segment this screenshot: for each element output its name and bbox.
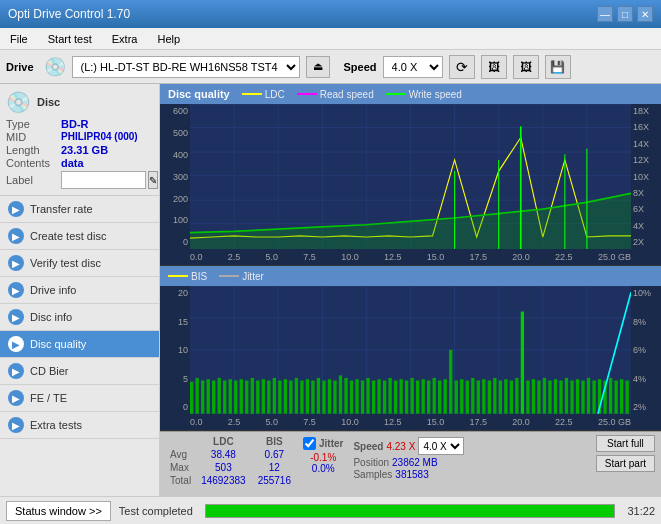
svg-rect-116: [620, 380, 623, 414]
svg-rect-105: [559, 381, 562, 414]
speed-label: Speed: [344, 61, 377, 73]
start-buttons: Start full Start part: [596, 435, 655, 472]
svg-rect-89: [471, 378, 474, 414]
chart1-svg: [190, 104, 631, 249]
jitter-header: Jitter: [303, 437, 343, 450]
chart-area: Disc quality LDC Read speed Write speed …: [160, 84, 661, 496]
svg-rect-64: [333, 381, 336, 414]
status-bar: Status window >> Test completed 31:22: [0, 496, 661, 524]
speed-select[interactable]: 4.0 X: [418, 437, 464, 455]
sidebar-item-disc-quality[interactable]: ▶ Disc quality: [0, 331, 159, 358]
svg-rect-70: [366, 378, 369, 414]
drive-info-label: Drive info: [30, 284, 76, 296]
svg-rect-57: [295, 378, 298, 414]
svg-rect-75: [394, 381, 397, 414]
chart2-header: BIS Jitter: [160, 266, 661, 286]
avg-label: Avg: [166, 448, 195, 461]
label-edit-button[interactable]: ✎: [148, 171, 158, 189]
bis-legend-label: BIS: [191, 271, 207, 282]
svg-rect-38: [190, 382, 193, 414]
drive-label: Drive: [6, 61, 34, 73]
disc-quality-label: Disc quality: [30, 338, 86, 350]
speed-section: Speed 4.23 X 4.0 X Position 23862 MB Sam…: [353, 435, 464, 480]
svg-rect-49: [251, 378, 254, 414]
samples-label: Samples: [353, 469, 392, 480]
status-window-button[interactable]: Status window >>: [6, 501, 111, 521]
close-button[interactable]: ✕: [637, 6, 653, 22]
ldc-legend-label: LDC: [265, 89, 285, 100]
svg-rect-82: [433, 378, 436, 414]
save-button[interactable]: 💾: [545, 55, 571, 79]
minimize-button[interactable]: —: [597, 6, 613, 22]
svg-rect-62: [322, 381, 325, 414]
eject-button[interactable]: ⏏: [306, 56, 330, 78]
svg-rect-115: [614, 381, 617, 414]
svg-rect-117: [625, 381, 628, 414]
start-part-button[interactable]: Start part: [596, 455, 655, 472]
type-value: BD-R: [61, 118, 89, 130]
svg-rect-101: [537, 381, 540, 414]
ldc-legend-color: [242, 93, 262, 95]
samples-row: Samples 381583: [353, 469, 464, 480]
speed-select[interactable]: 4.0 X: [383, 56, 443, 78]
sidebar-item-disc-info[interactable]: ▶ Disc info: [0, 304, 159, 331]
sidebar-item-cd-bier[interactable]: ▶ CD Bier: [0, 358, 159, 385]
icon2-button[interactable]: 🖼: [513, 55, 539, 79]
svg-rect-46: [234, 381, 237, 414]
svg-rect-56: [289, 381, 292, 414]
transfer-rate-label: Transfer rate: [30, 203, 93, 215]
disc-mid-row: MID PHILIPR04 (000): [6, 131, 153, 143]
verify-test-disc-icon: ▶: [8, 255, 24, 271]
total-ldc-value: 14692383: [195, 474, 252, 487]
jitter-checkbox[interactable]: [303, 437, 316, 450]
start-full-button[interactable]: Start full: [596, 435, 655, 452]
drive-select[interactable]: (L:) HL-DT-ST BD-RE WH16NS58 TST4: [72, 56, 300, 78]
svg-rect-109: [581, 381, 584, 414]
sidebar-item-create-test-disc[interactable]: ▶ Create test disc: [0, 223, 159, 250]
jitter-label: Jitter: [319, 438, 343, 449]
drive-info-icon: ▶: [8, 282, 24, 298]
speed-label: Speed: [353, 441, 383, 452]
sidebar-item-transfer-rate[interactable]: ▶ Transfer rate: [0, 196, 159, 223]
svg-rect-40: [201, 381, 204, 414]
stats-panel: LDC BIS Avg 38.48 0.67 Max 503 12 Total …: [160, 431, 661, 496]
sidebar-item-extra-tests[interactable]: ▶ Extra tests: [0, 412, 159, 439]
stats-avg-row: Avg 38.48 0.67: [166, 448, 297, 461]
menu-help[interactable]: Help: [151, 31, 186, 47]
refresh-button[interactable]: ⟳: [449, 55, 475, 79]
sidebar-item-fe-te[interactable]: ▶ FE / TE: [0, 385, 159, 412]
jitter-legend-label: Jitter: [242, 271, 264, 282]
svg-rect-76: [399, 380, 402, 414]
svg-rect-69: [361, 381, 364, 414]
menu-start-test[interactable]: Start test: [42, 31, 98, 47]
svg-rect-58: [300, 381, 303, 414]
sidebar-item-drive-info[interactable]: ▶ Drive info: [0, 277, 159, 304]
svg-rect-80: [422, 380, 425, 414]
menu-file[interactable]: File: [4, 31, 34, 47]
max-bis-value: 12: [252, 461, 297, 474]
svg-rect-41: [207, 380, 210, 414]
svg-rect-93: [493, 378, 496, 414]
jitter-legend: Jitter: [219, 271, 264, 282]
menu-extra[interactable]: Extra: [106, 31, 144, 47]
mid-value: PHILIPR04 (000): [61, 131, 138, 143]
svg-rect-65: [339, 376, 342, 414]
svg-rect-51: [262, 380, 265, 414]
verify-test-disc-label: Verify test disc: [30, 257, 101, 269]
disc-quality-chart: Disc quality LDC Read speed Write speed …: [160, 84, 661, 266]
stats-total-row: Total 14692383 255716: [166, 474, 297, 487]
label-input[interactable]: [61, 171, 146, 189]
svg-rect-96: [510, 381, 513, 414]
disc-panel-header: 💿 Disc: [6, 90, 153, 114]
read-speed-legend-label: Read speed: [320, 89, 374, 100]
svg-rect-77: [405, 381, 408, 414]
svg-rect-48: [245, 381, 248, 414]
icon1-button[interactable]: 🖼: [481, 55, 507, 79]
svg-rect-98: [521, 312, 524, 414]
progress-bar-fill: [206, 505, 615, 517]
maximize-button[interactable]: □: [617, 6, 633, 22]
sidebar-item-verify-test-disc[interactable]: ▶ Verify test disc: [0, 250, 159, 277]
type-label: Type: [6, 118, 61, 130]
svg-rect-66: [344, 378, 347, 414]
svg-rect-42: [212, 381, 215, 414]
